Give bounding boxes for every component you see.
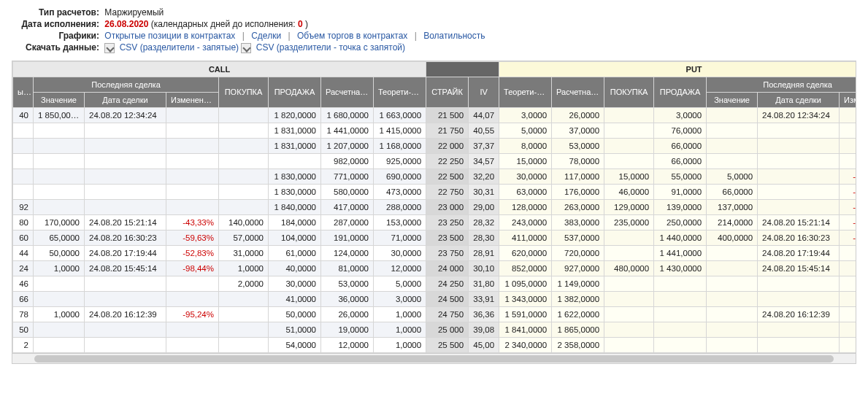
cell-c_set: 53,0000 — [321, 276, 374, 291]
cell-iv: 40,55 — [469, 123, 499, 138]
cell-p_set: 1 382,0000 — [552, 291, 604, 306]
col-theor-call: Теорети- ческая цена — [374, 77, 426, 107]
cell-p_th: 63,0000 — [499, 184, 552, 199]
cell-c_th: 1,0000 — [374, 322, 426, 337]
chart-link-open-positions[interactable]: Открытые позиции в контрактах — [104, 31, 235, 41]
download-icon — [104, 43, 115, 53]
call-header: CALL — [13, 61, 426, 77]
cell-c_sell — [269, 153, 321, 168]
horizontal-scrollbar[interactable] — [12, 353, 856, 363]
table-row: 921 840,0000417,0000288,000023 00029,001… — [13, 199, 857, 214]
cell-p_buy — [604, 337, 654, 352]
cell-iv: 36,36 — [469, 306, 499, 322]
cell-p_th: 1 841,0000 — [499, 322, 552, 337]
cell-iv: 39,08 — [469, 322, 499, 337]
table-row: 781,000024.08.20 16:12:39-95,24%50,00002… — [13, 306, 857, 322]
cell-c_th: 153,0000 — [374, 214, 426, 230]
cell-p_set: 53,0000 — [552, 138, 604, 153]
cell-p_dt: 24.08.20 15:45:14 — [758, 260, 840, 276]
cell-iv: 28,30 — [469, 230, 499, 245]
cell-c_buy — [219, 322, 269, 337]
cell-p_th: 8,0000 — [499, 138, 552, 153]
cell-strike: 23 750 — [426, 245, 469, 260]
settlement-type-value: Маржируемый — [104, 7, 164, 18]
cell-p_th: 852,0000 — [499, 260, 552, 276]
cell-p_val — [707, 260, 758, 276]
table-row: 401 850,000024.08.20 12:34:241 820,00001… — [13, 107, 857, 123]
cell-p_th: 411,0000 — [499, 230, 552, 245]
exec-days-suffix: ) — [305, 19, 308, 29]
cell-p_val — [707, 123, 758, 138]
cell-c_val: 1 850,0000 — [34, 107, 85, 123]
cell-c_buy: 1,0000 — [219, 260, 269, 276]
cell-strike: 21 500 — [426, 107, 469, 123]
chart-link-volatility[interactable]: Волатильность — [423, 31, 485, 41]
col-buy-call: ПОКУПКА — [219, 77, 269, 107]
cell-p_buy: 129,0000 — [604, 199, 654, 214]
cell-p_set: 78,0000 — [552, 153, 604, 168]
cell-p_dt: 24.08.20 15:21:14 — [758, 214, 840, 230]
exec-date-label: Дата исполнения: — [12, 19, 99, 29]
cell-c_sell: 184,0000 — [269, 214, 321, 230]
cell-c_buy — [219, 306, 269, 322]
cell-iv: 32,20 — [469, 168, 499, 184]
cell-p_sell: 66,0000 — [654, 138, 707, 153]
cell-p_th: 243,0000 — [499, 214, 552, 230]
cell-c_chg — [166, 199, 219, 214]
cell-c_sell: 1 830,0000 — [269, 168, 321, 184]
cell-iv: 34,57 — [469, 153, 499, 168]
cell-c_chg — [166, 322, 219, 337]
cell-p_chg — [840, 107, 856, 123]
cell-p_val — [707, 322, 758, 337]
cell-p_val: 5,0000 — [707, 168, 758, 184]
cell-c_oi — [13, 123, 34, 138]
table-row: 1 830,0000771,0000690,000022 50032,2030,… — [13, 168, 857, 184]
download-csv-comma-link[interactable]: CSV (разделители - запятые) — [120, 42, 239, 53]
cell-p_th: 128,0000 — [499, 199, 552, 214]
cell-strike: 22 000 — [426, 138, 469, 153]
cell-c_set: 191,0000 — [321, 230, 374, 245]
cell-c_sell: 40,0000 — [269, 260, 321, 276]
download-row: Скачать данные: CSV (разделители - запят… — [12, 42, 856, 53]
chart-link-trades[interactable]: Сделки — [251, 31, 281, 41]
cell-iv: 30,10 — [469, 260, 499, 276]
chart-link-volume[interactable]: Объем торгов в контрактах — [297, 31, 407, 41]
cell-c_oi: 40 — [13, 107, 34, 123]
cell-c_dt — [85, 153, 166, 168]
cell-p_val — [707, 337, 758, 352]
cell-p_buy: 46,0000 — [604, 184, 654, 199]
table-row: 1 831,00001 441,00001 415,000021 75040,5… — [13, 123, 857, 138]
cell-p_dt — [758, 168, 840, 184]
cell-p_val — [707, 107, 758, 123]
cell-c_chg — [166, 291, 219, 306]
cell-p_set: 176,0000 — [552, 184, 604, 199]
cell-p_buy — [604, 245, 654, 260]
cell-p_val — [707, 276, 758, 291]
cell-p_chg: -57,96% — [840, 184, 856, 199]
cell-c_buy: 140,0000 — [219, 214, 269, 230]
cell-c_th: 1 168,0000 — [374, 138, 426, 153]
cell-c_set: 19,0000 — [321, 322, 374, 337]
cell-p_th: 620,0000 — [499, 245, 552, 260]
cell-c_set: 1 207,0000 — [321, 138, 374, 153]
download-label: Скачать данные: — [12, 42, 99, 53]
cell-p_sell: 3,0000 — [654, 107, 707, 123]
cell-p_set: 117,0000 — [552, 168, 604, 184]
exec-date-row: Дата исполнения: 26.08.2020 (календарных… — [12, 19, 856, 29]
cell-c_val — [34, 276, 85, 291]
scrollbar-thumb[interactable] — [34, 355, 834, 363]
download-csv-semicolon-link[interactable]: CSV (разделители - точка с запятой) — [256, 42, 405, 53]
cell-p_buy — [604, 291, 654, 306]
cell-p_chg: -45,13% — [840, 214, 856, 230]
cell-c_chg — [166, 107, 219, 123]
cell-p_dt — [758, 184, 840, 199]
cell-c_sell: 1 820,0000 — [269, 107, 321, 123]
cell-c_buy — [219, 107, 269, 123]
cell-iv: 37,37 — [469, 138, 499, 153]
cell-iv: 28,32 — [469, 214, 499, 230]
cell-c_set: 771,0000 — [321, 168, 374, 184]
cell-c_val — [34, 168, 85, 184]
cell-p_buy — [604, 138, 654, 153]
cell-c_sell: 30,0000 — [269, 276, 321, 291]
cell-p_set: 26,0000 — [552, 107, 604, 123]
